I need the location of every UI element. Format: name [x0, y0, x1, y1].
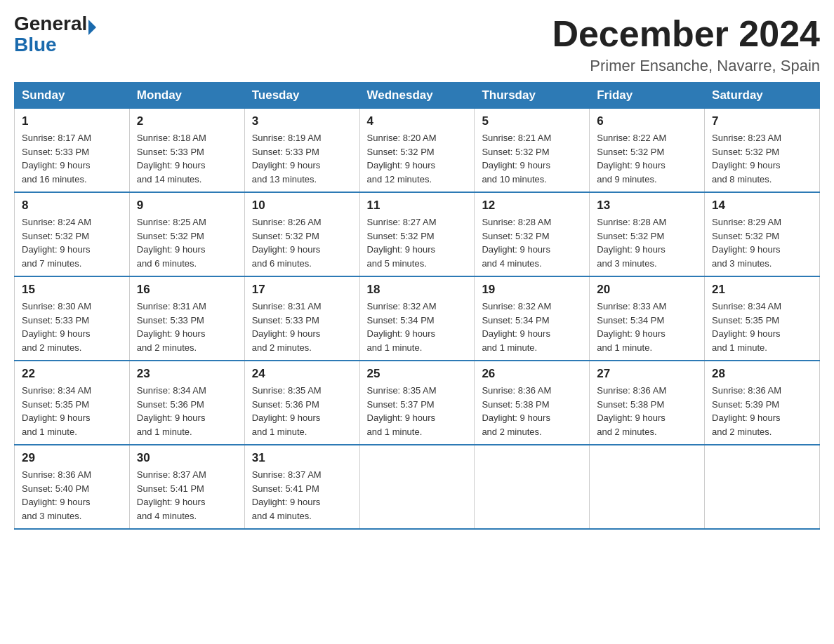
day-number: 18: [367, 283, 468, 297]
calendar-day-cell: 22Sunrise: 8:34 AMSunset: 5:35 PMDayligh…: [15, 361, 130, 445]
calendar-day-cell: 19Sunrise: 8:32 AMSunset: 5:34 PMDayligh…: [475, 276, 590, 361]
day-info: Sunrise: 8:28 AMSunset: 5:32 PMDaylight:…: [482, 215, 582, 270]
calendar-day-cell: [590, 445, 705, 529]
logo-general: General: [14, 13, 87, 34]
calendar-day-cell: 24Sunrise: 8:35 AMSunset: 5:36 PMDayligh…: [244, 361, 359, 445]
day-number: 16: [137, 283, 237, 297]
day-number: 17: [252, 283, 352, 297]
day-info: Sunrise: 8:19 AMSunset: 5:33 PMDaylight:…: [252, 131, 352, 186]
day-number: 19: [482, 283, 582, 297]
day-info: Sunrise: 8:29 AMSunset: 5:32 PMDaylight:…: [712, 215, 812, 270]
day-number: 1: [22, 114, 122, 128]
calendar-day-cell: 3Sunrise: 8:19 AMSunset: 5:33 PMDaylight…: [244, 109, 359, 193]
day-of-week-header: Saturday: [705, 83, 820, 109]
calendar-day-cell: 25Sunrise: 8:35 AMSunset: 5:37 PMDayligh…: [359, 361, 475, 445]
day-of-week-header: Monday: [129, 83, 244, 109]
day-info: Sunrise: 8:37 AMSunset: 5:41 PMDaylight:…: [137, 468, 237, 523]
calendar-week-row: 29Sunrise: 8:36 AMSunset: 5:40 PMDayligh…: [15, 445, 820, 529]
day-number: 11: [367, 199, 468, 213]
day-number: 26: [482, 367, 582, 381]
calendar-day-cell: [359, 445, 475, 529]
day-number: 13: [597, 199, 697, 213]
day-number: 30: [137, 451, 237, 465]
day-info: Sunrise: 8:22 AMSunset: 5:32 PMDaylight:…: [597, 131, 697, 186]
day-info: Sunrise: 8:24 AMSunset: 5:32 PMDaylight:…: [22, 215, 122, 270]
calendar-day-cell: 31Sunrise: 8:37 AMSunset: 5:41 PMDayligh…: [244, 445, 359, 529]
day-number: 3: [252, 114, 352, 128]
calendar-week-row: 1Sunrise: 8:17 AMSunset: 5:33 PMDaylight…: [15, 109, 820, 193]
month-title: December 2024: [552, 14, 820, 54]
day-number: 10: [252, 199, 352, 213]
day-info: Sunrise: 8:33 AMSunset: 5:34 PMDaylight:…: [597, 300, 697, 354]
day-number: 7: [712, 114, 812, 128]
day-number: 21: [712, 283, 812, 297]
calendar-day-cell: 27Sunrise: 8:36 AMSunset: 5:38 PMDayligh…: [590, 361, 705, 445]
page-header: General Blue December 2024 Primer Ensanc…: [14, 14, 820, 75]
title-area: December 2024 Primer Ensanche, Navarre, …: [552, 14, 820, 75]
calendar-day-cell: 20Sunrise: 8:33 AMSunset: 5:34 PMDayligh…: [590, 276, 705, 361]
day-number: 15: [22, 283, 122, 297]
day-of-week-header: Sunday: [15, 83, 130, 109]
day-number: 6: [597, 114, 697, 128]
calendar-day-cell: [475, 445, 590, 529]
calendar-day-cell: 12Sunrise: 8:28 AMSunset: 5:32 PMDayligh…: [475, 192, 590, 276]
calendar-day-cell: 16Sunrise: 8:31 AMSunset: 5:33 PMDayligh…: [129, 276, 244, 361]
day-info: Sunrise: 8:32 AMSunset: 5:34 PMDaylight:…: [367, 300, 468, 354]
day-info: Sunrise: 8:34 AMSunset: 5:35 PMDaylight:…: [712, 300, 812, 354]
day-of-week-header: Friday: [590, 83, 705, 109]
calendar-day-cell: 13Sunrise: 8:28 AMSunset: 5:32 PMDayligh…: [590, 192, 705, 276]
calendar-header-row: SundayMondayTuesdayWednesdayThursdayFrid…: [15, 83, 820, 109]
day-info: Sunrise: 8:28 AMSunset: 5:32 PMDaylight:…: [597, 215, 697, 270]
day-number: 4: [367, 114, 468, 128]
day-number: 29: [22, 451, 122, 465]
calendar-day-cell: 10Sunrise: 8:26 AMSunset: 5:32 PMDayligh…: [244, 192, 359, 276]
day-info: Sunrise: 8:35 AMSunset: 5:36 PMDaylight:…: [252, 384, 352, 438]
logo-blue: Blue: [14, 34, 57, 55]
day-number: 24: [252, 367, 352, 381]
day-info: Sunrise: 8:36 AMSunset: 5:38 PMDaylight:…: [597, 384, 697, 438]
day-info: Sunrise: 8:25 AMSunset: 5:32 PMDaylight:…: [137, 215, 237, 270]
day-number: 27: [597, 367, 697, 381]
calendar-day-cell: 6Sunrise: 8:22 AMSunset: 5:32 PMDaylight…: [590, 109, 705, 193]
day-info: Sunrise: 8:34 AMSunset: 5:35 PMDaylight:…: [22, 384, 122, 438]
calendar-day-cell: 7Sunrise: 8:23 AMSunset: 5:32 PMDaylight…: [705, 109, 820, 193]
calendar-day-cell: 17Sunrise: 8:31 AMSunset: 5:33 PMDayligh…: [244, 276, 359, 361]
day-of-week-header: Tuesday: [244, 83, 359, 109]
calendar-day-cell: 2Sunrise: 8:18 AMSunset: 5:33 PMDaylight…: [129, 109, 244, 193]
day-info: Sunrise: 8:36 AMSunset: 5:39 PMDaylight:…: [712, 384, 812, 438]
day-number: 23: [137, 367, 237, 381]
day-info: Sunrise: 8:26 AMSunset: 5:32 PMDaylight:…: [252, 215, 352, 270]
calendar-day-cell: 9Sunrise: 8:25 AMSunset: 5:32 PMDaylight…: [129, 192, 244, 276]
calendar-day-cell: 28Sunrise: 8:36 AMSunset: 5:39 PMDayligh…: [705, 361, 820, 445]
calendar-day-cell: 8Sunrise: 8:24 AMSunset: 5:32 PMDaylight…: [15, 192, 130, 276]
day-info: Sunrise: 8:21 AMSunset: 5:32 PMDaylight:…: [482, 131, 582, 186]
day-info: Sunrise: 8:36 AMSunset: 5:38 PMDaylight:…: [482, 384, 582, 438]
day-info: Sunrise: 8:27 AMSunset: 5:32 PMDaylight:…: [367, 215, 468, 270]
calendar-day-cell: 23Sunrise: 8:34 AMSunset: 5:36 PMDayligh…: [129, 361, 244, 445]
calendar-day-cell: 18Sunrise: 8:32 AMSunset: 5:34 PMDayligh…: [359, 276, 475, 361]
day-number: 8: [22, 199, 122, 213]
calendar-week-row: 15Sunrise: 8:30 AMSunset: 5:33 PMDayligh…: [15, 276, 820, 361]
location-subtitle: Primer Ensanche, Navarre, Spain: [552, 57, 820, 75]
calendar-day-cell: 21Sunrise: 8:34 AMSunset: 5:35 PMDayligh…: [705, 276, 820, 361]
calendar-day-cell: 4Sunrise: 8:20 AMSunset: 5:32 PMDaylight…: [359, 109, 475, 193]
day-number: 12: [482, 199, 582, 213]
day-info: Sunrise: 8:18 AMSunset: 5:33 PMDaylight:…: [137, 131, 237, 186]
day-number: 28: [712, 367, 812, 381]
day-number: 31: [252, 451, 352, 465]
day-info: Sunrise: 8:30 AMSunset: 5:33 PMDaylight:…: [22, 300, 122, 354]
calendar-day-cell: 30Sunrise: 8:37 AMSunset: 5:41 PMDayligh…: [129, 445, 244, 529]
day-info: Sunrise: 8:20 AMSunset: 5:32 PMDaylight:…: [367, 131, 468, 186]
day-of-week-header: Thursday: [475, 83, 590, 109]
calendar-day-cell: 15Sunrise: 8:30 AMSunset: 5:33 PMDayligh…: [15, 276, 130, 361]
calendar-week-row: 22Sunrise: 8:34 AMSunset: 5:35 PMDayligh…: [15, 361, 820, 445]
calendar-day-cell: [705, 445, 820, 529]
logo-triangle-icon: [88, 20, 96, 35]
day-of-week-header: Wednesday: [359, 83, 475, 109]
day-number: 2: [137, 114, 237, 128]
day-number: 14: [712, 199, 812, 213]
day-number: 20: [597, 283, 697, 297]
day-info: Sunrise: 8:34 AMSunset: 5:36 PMDaylight:…: [137, 384, 237, 438]
day-info: Sunrise: 8:36 AMSunset: 5:40 PMDaylight:…: [22, 468, 122, 523]
day-info: Sunrise: 8:32 AMSunset: 5:34 PMDaylight:…: [482, 300, 582, 354]
